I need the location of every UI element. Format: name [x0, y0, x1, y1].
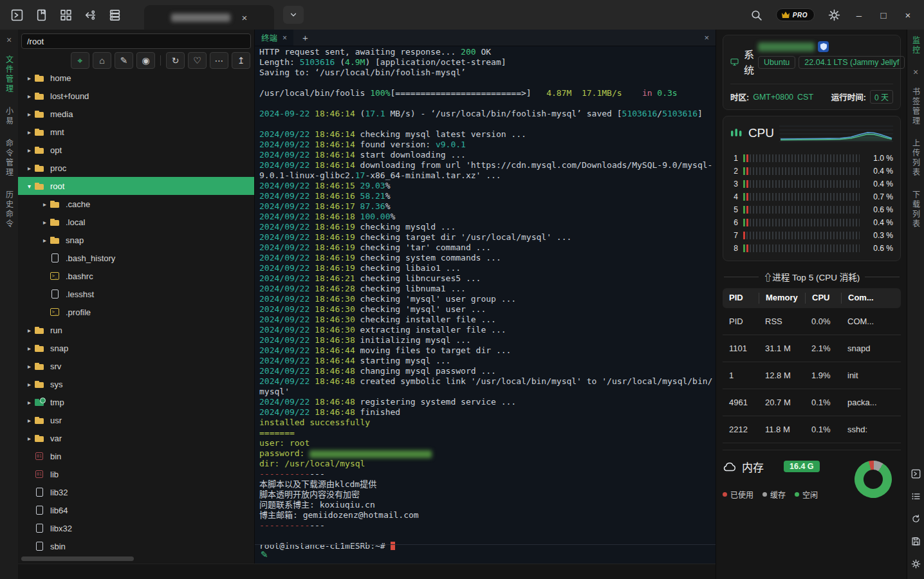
expand-arrow-icon[interactable]: ▸ — [40, 237, 50, 244]
tree-item-snap[interactable]: ▸snap — [18, 339, 254, 357]
eye-icon[interactable]: ◉ — [136, 52, 155, 69]
expand-arrow-icon[interactable]: ▾ — [24, 183, 34, 190]
tree-item-.bashrc[interactable]: .bashrc — [18, 267, 254, 285]
heart-icon[interactable]: ♡ — [188, 52, 207, 69]
tree-item-media[interactable]: ▸media — [18, 105, 254, 123]
tab-list-dropdown-button[interactable] — [283, 6, 304, 24]
terminal-output[interactable]: HTTP request sent, awaiting response... … — [259, 47, 713, 542]
tree-item-lib64[interactable]: lib64 — [18, 501, 254, 519]
right-rail-items: 监控×书签管理上传列表下载列表 — [910, 30, 921, 235]
pen-icon[interactable]: ✎ — [261, 549, 268, 560]
home-icon[interactable]: ⌂ — [93, 52, 111, 69]
terminal-panel-close-icon[interactable]: × — [704, 33, 709, 42]
expand-arrow-icon[interactable]: ▸ — [24, 399, 34, 406]
expand-arrow-icon[interactable]: ▸ — [24, 381, 34, 388]
tree-item-opt[interactable]: ▸opt — [18, 141, 254, 159]
server-icon[interactable] — [108, 8, 121, 21]
tree-item-sys[interactable]: ▸sys — [18, 375, 254, 393]
file-bookmark-icon[interactable] — [35, 8, 48, 21]
session-tab[interactable]: × — [144, 5, 274, 30]
folder-icon — [50, 199, 60, 209]
cpu-core-index: 8 — [730, 244, 738, 253]
sidebar-item-历史命令[interactable]: 历史命令 — [4, 190, 15, 229]
tree-item-label: .local — [66, 217, 85, 227]
right-rail-close-icon[interactable]: × — [913, 67, 918, 77]
sidebar-item-命令管理[interactable]: 命令管理 — [4, 139, 15, 178]
expand-arrow-icon[interactable]: ▸ — [24, 327, 34, 334]
file-tree: ▸home▸lost+found▸media▸mnt▸opt▸proc▾root… — [18, 69, 254, 553]
tree-item-libx32[interactable]: libx32 — [18, 519, 254, 537]
sidebar-item-文件管理[interactable]: 文件管理 — [4, 55, 15, 94]
tree-item-tmp[interactable]: ▸tmp — [18, 393, 254, 411]
expand-arrow-icon[interactable]: ▸ — [40, 201, 50, 208]
expand-arrow-icon[interactable]: ▸ — [24, 363, 34, 370]
expand-arrow-icon[interactable]: ▸ — [40, 219, 50, 226]
terminal-icon[interactable] — [10, 8, 23, 21]
maximize-button[interactable]: □ — [878, 10, 889, 21]
close-window-button[interactable]: × — [902, 10, 914, 21]
tree-item-root[interactable]: ▾root — [18, 177, 254, 195]
tree-item-bin[interactable]: bin — [18, 447, 254, 465]
tree-item-usr[interactable]: ▸usr — [18, 411, 254, 429]
tree-item-snap[interactable]: ▸snap — [18, 231, 254, 249]
tree-item-var[interactable]: ▸var — [18, 429, 254, 447]
tree-icon[interactable] — [84, 8, 97, 21]
tree-item-lost+found[interactable]: ▸lost+found — [18, 87, 254, 105]
list-icon[interactable] — [909, 490, 922, 502]
tree-item-.cache[interactable]: ▸.cache — [18, 195, 254, 213]
tree-item-.bash_history[interactable]: .bash_history — [18, 249, 254, 267]
terminal-tab-close-icon[interactable]: × — [282, 33, 287, 42]
terminal-line: 2024/09/22 18:46:19 checking libaio1 ... — [259, 263, 713, 273]
expand-arrow-icon[interactable]: ▸ — [24, 75, 34, 82]
expand-arrow-icon[interactable]: ▸ — [24, 93, 34, 100]
session-tab-close-icon[interactable]: × — [242, 12, 248, 23]
tree-item-sbin[interactable]: sbin — [18, 537, 254, 553]
search-icon[interactable] — [750, 8, 763, 21]
settings-gear-icon[interactable] — [827, 8, 840, 21]
terminal-tab[interactable]: 终端 × — [255, 30, 293, 46]
expand-arrow-icon[interactable]: ▸ — [24, 165, 34, 172]
monitor-icon — [730, 57, 739, 68]
shield-icon[interactable] — [818, 41, 829, 52]
horizontal-scrollbar[interactable] — [21, 556, 134, 561]
left-rail-close-icon[interactable]: × — [6, 35, 12, 45]
minimize-button[interactable]: – — [853, 10, 865, 21]
sidebar-item-小易[interactable]: 小易 — [4, 107, 15, 126]
grid-icon[interactable] — [59, 8, 72, 21]
tree-item-mnt[interactable]: ▸mnt — [18, 123, 254, 141]
expand-arrow-icon[interactable]: ▸ — [24, 435, 34, 442]
sidebar-item-上传列表[interactable]: 上传列表 — [910, 139, 921, 178]
upload-icon[interactable]: ↥ — [232, 52, 250, 69]
expand-arrow-icon[interactable]: ▸ — [24, 147, 34, 154]
refresh-icon[interactable] — [909, 512, 922, 525]
sidebar-item-下载列表[interactable]: 下载列表 — [910, 190, 921, 229]
tree-item-run[interactable]: ▸run — [18, 321, 254, 339]
new-terminal-tab-button[interactable]: + — [302, 32, 308, 43]
tree-item-lib[interactable]: lib — [18, 465, 254, 483]
tree-item-proc[interactable]: ▸proc — [18, 159, 254, 177]
terminal-icon[interactable] — [909, 467, 922, 480]
expand-arrow-icon[interactable]: ▸ — [24, 345, 34, 352]
tree-item-.lesshst[interactable]: .lesshst — [18, 285, 254, 303]
path-input[interactable] — [21, 33, 251, 49]
tree-item-.profile[interactable]: .profile — [18, 303, 254, 321]
process-table-row: 110131.1 M2.1%snapd — [723, 335, 901, 362]
sidebar-item-监控[interactable]: 监控 — [910, 36, 921, 55]
tree-item-.local[interactable]: ▸.local — [18, 213, 254, 231]
tree-item-lib32[interactable]: lib32 — [18, 483, 254, 501]
tree-item-srv[interactable]: ▸srv — [18, 357, 254, 375]
process-cell: 31.1 M — [759, 344, 805, 353]
gear-icon[interactable] — [909, 557, 922, 570]
expand-arrow-icon[interactable]: ▸ — [24, 111, 34, 118]
edit-icon[interactable]: ✎ — [115, 52, 133, 69]
refresh-icon[interactable]: ↻ — [166, 52, 185, 69]
more-icon[interactable]: ⋯ — [210, 52, 228, 69]
sidebar-item-书签管理[interactable]: 书签管理 — [910, 87, 921, 126]
tree-item-home[interactable]: ▸home — [18, 69, 254, 87]
expand-arrow-icon[interactable]: ▸ — [24, 417, 34, 424]
cpu-core-percent: 1.0 % — [865, 154, 893, 163]
save-icon[interactable] — [909, 535, 922, 547]
pro-badge[interactable]: PRO — [776, 8, 815, 21]
locate-icon[interactable]: ⌖ — [71, 52, 89, 69]
expand-arrow-icon[interactable]: ▸ — [24, 129, 34, 136]
